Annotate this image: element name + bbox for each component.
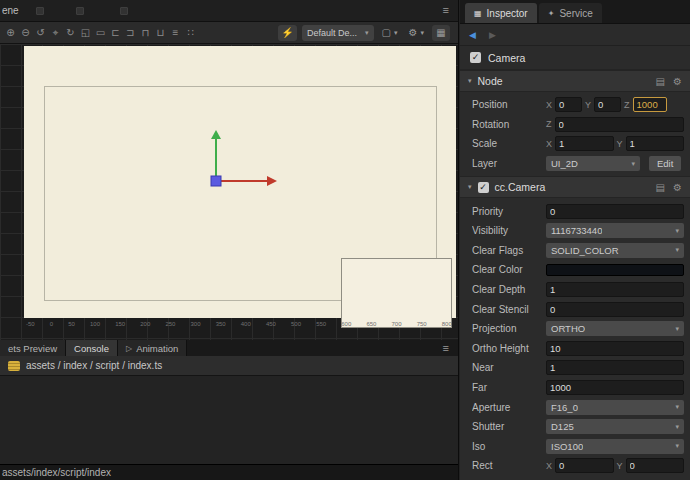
select-value: SOLID_COLOR bbox=[551, 245, 619, 256]
chevron-down-icon: ▾ bbox=[365, 29, 369, 37]
rect-tool-icon[interactable]: ▭ bbox=[93, 27, 108, 38]
console-output-area[interactable] bbox=[0, 376, 458, 464]
z-axis-label: Z bbox=[624, 100, 630, 110]
scene-viewport[interactable]: -500501001502002503003504004505005506006… bbox=[0, 44, 458, 340]
field-control: SOLID_COLOR ▾ bbox=[546, 243, 684, 258]
lightning-icon[interactable]: ⚡ bbox=[278, 25, 297, 41]
gear-icon: ⚙ bbox=[409, 27, 418, 38]
position-y-input[interactable] bbox=[594, 97, 621, 112]
align-bottom-icon[interactable]: ⊔ bbox=[153, 27, 168, 38]
camera-section-body: Priority Visibility 1116733440 ▾ Clear F… bbox=[460, 198, 690, 478]
node-section-header[interactable]: ▾ Node ▤ ⚙ bbox=[460, 70, 690, 92]
tab-inspector[interactable]: ▦ Inspector bbox=[465, 3, 537, 23]
camera-component-header[interactable]: ▾ ✓ cc.Camera ▤ ⚙ bbox=[460, 176, 690, 198]
move-tool-icon[interactable]: ⌖ bbox=[48, 27, 63, 39]
device-profile-select[interactable]: Default De... ▾ bbox=[302, 25, 374, 41]
gear-icon[interactable]: ⚙ bbox=[673, 182, 682, 193]
align-left-icon[interactable]: ⊏ bbox=[108, 27, 123, 38]
zoom-in-icon[interactable]: ⊕ bbox=[3, 27, 18, 38]
shutter-select[interactable]: D125 ▾ bbox=[546, 419, 684, 434]
chevron-down-icon: ▾ bbox=[420, 29, 424, 37]
iso-select[interactable]: ISO100 ▾ bbox=[546, 439, 684, 454]
panel-menu-icon[interactable]: ≡ bbox=[443, 342, 458, 354]
layer-edit-button[interactable]: Edit bbox=[649, 156, 681, 171]
scale-tool-icon[interactable]: ◱ bbox=[78, 27, 93, 38]
field-control bbox=[546, 380, 684, 395]
component-enabled-checkbox[interactable]: ✓ bbox=[478, 182, 489, 193]
header-button-icon[interactable] bbox=[76, 7, 84, 15]
header-button-icon[interactable] bbox=[36, 7, 44, 15]
clear-stencil-input[interactable] bbox=[546, 302, 684, 317]
grid-toggle-icon[interactable]: ▦ bbox=[432, 25, 450, 41]
rect-y-input[interactable] bbox=[626, 458, 684, 473]
collapse-caret-icon[interactable]: ▾ bbox=[468, 183, 472, 191]
field-label: Position bbox=[472, 99, 546, 110]
ruler-label: 450 bbox=[266, 321, 276, 333]
field-control: 1116733440 ▾ bbox=[546, 223, 684, 238]
tab-service[interactable]: ✦ Service bbox=[539, 3, 602, 23]
rect-x-input[interactable] bbox=[555, 458, 613, 473]
priority-input[interactable] bbox=[546, 204, 684, 219]
field-label: Iso bbox=[472, 441, 546, 452]
display-mode-select[interactable]: ▢ ▾ bbox=[379, 25, 401, 41]
chevron-down-icon: ▾ bbox=[394, 29, 398, 37]
panel-menu-icon[interactable]: ≡ bbox=[443, 4, 449, 16]
projection-select[interactable]: ORTHO ▾ bbox=[546, 321, 684, 336]
zoom-out-icon[interactable]: ⊖ bbox=[18, 27, 33, 38]
tab-console[interactable]: Console bbox=[66, 340, 118, 356]
header-button-icon[interactable] bbox=[120, 7, 128, 15]
rotation-z-input[interactable] bbox=[555, 117, 685, 132]
transform-gizmo[interactable] bbox=[174, 130, 304, 192]
scale-x-input[interactable] bbox=[555, 136, 613, 151]
field-label: Clear Stencil bbox=[472, 304, 546, 315]
collapse-caret-icon[interactable]: ▾ bbox=[468, 77, 472, 85]
paste-component-icon[interactable]: ▤ bbox=[656, 182, 665, 193]
forward-arrow-icon[interactable]: ▶ bbox=[489, 30, 496, 40]
node-active-checkbox[interactable]: ✓ bbox=[470, 52, 481, 63]
z-axis-label: Z bbox=[546, 119, 552, 129]
field-control: X Y Z bbox=[546, 97, 684, 112]
reset-view-icon[interactable]: ↺ bbox=[33, 27, 48, 38]
console-log-entry[interactable]: assets / index / script / index.ts bbox=[0, 356, 458, 376]
aperture-row: Aperture F16_0 ▾ bbox=[460, 397, 690, 417]
gear-icon[interactable]: ⚙ bbox=[673, 76, 682, 87]
rotate-tool-icon[interactable]: ↻ bbox=[63, 27, 78, 38]
align-top-icon[interactable]: ⊓ bbox=[138, 27, 153, 38]
ruler-label: 200 bbox=[140, 321, 150, 333]
select-value: ORTHO bbox=[551, 323, 585, 334]
near-input[interactable] bbox=[546, 360, 684, 375]
clear-flags-select[interactable]: SOLID_COLOR ▾ bbox=[546, 243, 684, 258]
clear-color-swatch[interactable] bbox=[546, 264, 684, 276]
shutter-row: Shutter D125 ▾ bbox=[460, 417, 690, 437]
scene-panel: ene ≡ ⊕ ⊖ ↺ ⌖ ↻ ◱ ▭ ⊏ ⊐ ⊓ ⊔ ≡ ∷ ⚡ Defaul… bbox=[0, 0, 459, 480]
tab-assets-preview[interactable]: ets Preview bbox=[0, 340, 66, 356]
aperture-select[interactable]: F16_0 ▾ bbox=[546, 400, 684, 415]
clear-depth-input[interactable] bbox=[546, 282, 684, 297]
field-control bbox=[546, 360, 684, 375]
layer-select[interactable]: UI_2D ▾ bbox=[546, 156, 640, 171]
ortho-height-input[interactable] bbox=[546, 341, 684, 356]
distribute-icon[interactable]: ∷ bbox=[183, 27, 198, 38]
projection-row: Projection ORTHO ▾ bbox=[460, 319, 690, 339]
ruler-label: 300 bbox=[191, 321, 201, 333]
field-label: Visibility bbox=[472, 225, 546, 236]
tab-label: Inspector bbox=[487, 8, 528, 19]
paste-component-icon[interactable]: ▤ bbox=[656, 76, 665, 87]
status-bar: assets/index/script/index bbox=[0, 464, 458, 480]
tab-animation[interactable]: ▷ Animation bbox=[118, 340, 187, 356]
align-right-icon[interactable]: ⊐ bbox=[123, 27, 138, 38]
ruler-label: -50 bbox=[26, 321, 35, 333]
back-arrow-icon[interactable]: ◀ bbox=[469, 30, 476, 40]
field-control bbox=[546, 264, 684, 276]
chevron-down-icon: ▾ bbox=[671, 442, 679, 450]
far-input[interactable] bbox=[546, 380, 684, 395]
button-label: Edit bbox=[657, 158, 673, 169]
scene-settings-select[interactable]: ⚙ ▾ bbox=[406, 25, 427, 41]
scale-y-input[interactable] bbox=[626, 136, 684, 151]
tab-label: Console bbox=[74, 343, 109, 354]
position-z-input[interactable] bbox=[633, 97, 667, 112]
position-x-input[interactable] bbox=[555, 97, 582, 112]
align-middle-icon[interactable]: ≡ bbox=[168, 27, 183, 38]
visibility-select[interactable]: 1116733440 ▾ bbox=[546, 223, 684, 238]
chevron-down-icon: ▾ bbox=[671, 423, 679, 431]
